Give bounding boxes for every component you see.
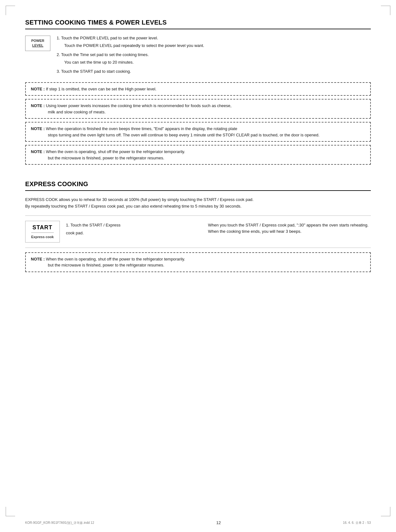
express-section: EXPRESS COOKING EXPRESS COOK allows you … (25, 180, 371, 272)
step-2-number: 2. (57, 52, 61, 57)
note-2-text: Using lower power levels increases the c… (46, 103, 232, 108)
note-3-label: NOTE : (31, 126, 45, 131)
express-step1-main: 1. Touch the START / Express (66, 222, 202, 228)
power-level-box: POWER LEVEL (25, 36, 50, 51)
corner-mark-bl (6, 507, 15, 516)
express-note-text: When the oven is operating, shut off the… (46, 257, 185, 261)
page-footer: KOR-9GGF_KOR-9G1F7A91(영)_규격용.indd 12 12 … (0, 520, 396, 525)
express-description: EXPRESS COOK allows you to reheat for 30… (25, 197, 371, 210)
express-instruction-area: START Express cook 1. Touch the START / … (25, 215, 371, 248)
express-steps: 1. Touch the START / Express cook pad. (66, 221, 202, 238)
note-1-text: If step 1 is omitted, the oven can be se… (46, 87, 156, 91)
express-cook-label: Express cook (31, 235, 54, 239)
power-level-line2: LEVEL (32, 43, 43, 47)
instructions-text: 1. Touch the POWER LEVEL pad to set the … (57, 35, 371, 78)
note-2-label: NOTE : (31, 103, 45, 108)
express-note-label: NOTE : (31, 257, 45, 261)
note-3-text: When the operation is finished the oven … (46, 126, 237, 131)
corner-mark-tr (381, 6, 390, 15)
step-3: 3. Touch the START pad to start cooking. (57, 68, 371, 75)
express-result: When you touch the START / Express cook … (208, 221, 371, 235)
step-2-main: Touch the Time set pad to set the cookin… (61, 52, 149, 57)
start-box: START Express cook (25, 221, 60, 243)
setting-divider (25, 29, 371, 29)
express-step1-sub: cook pad. (66, 230, 202, 236)
setting-section-title: SETTING COOKING TIMES & POWER LEVELS (25, 19, 371, 26)
note-1-label: NOTE : (31, 87, 45, 91)
start-box-divider (31, 232, 54, 233)
page-number: 12 (94, 520, 343, 525)
footer-date: 16. 4. 6. 오후 2：53 (343, 521, 371, 525)
express-note-box: NOTE : When the oven is operating, shut … (25, 252, 371, 272)
step-1-sub: Touch the POWER LEVEL pad repeatedly to … (64, 43, 371, 49)
step-3-main: Touch the START pad to start cooking. (61, 69, 131, 74)
setting-instruction-row: POWER LEVEL 1. Touch the POWER LEVEL pad… (25, 35, 371, 78)
step-1: 1. Touch the POWER LEVEL pad to set the … (57, 35, 371, 41)
express-divider (25, 190, 371, 191)
note-box-2: NOTE : Using lower power levels increase… (25, 99, 371, 119)
start-label: START (31, 224, 54, 231)
note-box-4: NOTE : When the oven is operating, shut … (25, 145, 371, 165)
express-note-indent: but the microwave is finished, power to … (48, 262, 365, 268)
step-1-main: Touch the POWER LEVEL pad to set the pow… (61, 36, 158, 40)
note-2-indent: milk and slow cooking of meats. (48, 109, 365, 115)
power-level-line1: POWER (31, 39, 44, 43)
page-container: SETTING COOKING TIMES & POWER LEVELS POW… (0, 0, 396, 532)
corner-mark-br (381, 507, 390, 516)
express-row: START Express cook 1. Touch the START / … (25, 221, 371, 243)
corner-mark-tl (6, 6, 15, 15)
note-box-3: NOTE : When the operation is finished th… (25, 122, 371, 142)
footer-file: KOR-9GGF_KOR-9G1F7A91(영)_규격용.indd 12 (25, 521, 94, 525)
express-result-text: When you touch the START / Express cook … (208, 222, 371, 235)
note-3-indent: stops turning and the oven light turns o… (48, 132, 365, 138)
step-2: 2. Touch the Time set pad to set the coo… (57, 52, 371, 58)
express-section-title: EXPRESS COOKING (25, 180, 371, 188)
note-4-text: When the oven is operating, shut off the… (46, 149, 185, 154)
setting-section: SETTING COOKING TIMES & POWER LEVELS POW… (25, 19, 371, 165)
note-box-1: NOTE : If step 1 is omitted, the oven ca… (25, 82, 371, 96)
step-2-sub: You can set the time up to 20 minutes. (64, 59, 371, 66)
express-desc-line2: By repeatedly touching the START / Expre… (25, 203, 371, 210)
note-4-label: NOTE : (31, 149, 45, 154)
note-4-indent: but the microwave is finished, power to … (48, 155, 365, 161)
step-3-number: 3. (57, 69, 61, 74)
step-1-number: 1. (57, 36, 61, 40)
express-desc-line1: EXPRESS COOK allows you to reheat for 30… (25, 197, 371, 203)
